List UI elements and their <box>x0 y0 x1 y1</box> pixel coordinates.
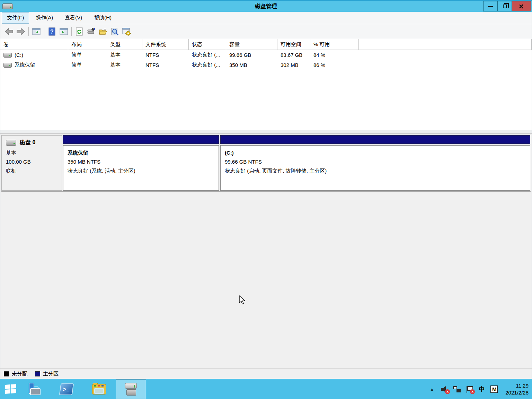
back-arrow-icon <box>5 27 14 36</box>
primary-partition-swatch <box>35 371 40 376</box>
disk-management-taskbar-button[interactable] <box>116 379 146 399</box>
file-explorer-icon <box>92 383 106 395</box>
disk-0-row: 磁盘 0 基本 100.00 GB 联机 系统保留 350 MB NTFS 状态… <box>1 135 531 192</box>
show-console-tree-button[interactable] <box>30 26 42 37</box>
volume-capacity: 99.66 GB <box>226 50 277 60</box>
clock-time: 11:29 <box>505 382 529 389</box>
partition-color-bar <box>220 135 530 144</box>
settings-gear-icon <box>122 27 131 36</box>
disk-status: 联机 <box>6 167 57 175</box>
menu-file[interactable]: 文件(F) <box>2 12 29 24</box>
screen: 磁盘管理 文件(F) 操作(A) 查看(V) 帮助(H) <box>0 0 532 399</box>
show-action-pane-button[interactable] <box>58 26 70 37</box>
column-header-layout[interactable]: 布局 <box>68 39 107 50</box>
start-button[interactable] <box>0 379 21 399</box>
unallocated-swatch <box>4 371 9 376</box>
disk-type: 基本 <box>6 149 57 157</box>
minimize-button[interactable] <box>483 1 498 11</box>
volume-status: 状态良好 (... <box>189 60 226 70</box>
primary-partition-label: 主分区 <box>43 371 59 377</box>
open-button[interactable] <box>97 26 109 37</box>
disk-name: 磁盘 0 <box>20 139 35 146</box>
volume-list-pane: 卷 布局 类型 文件系统 状态 容量 可用空间 % 可用 (C:) 简单 基本 … <box>0 39 532 130</box>
window-controls <box>483 1 531 11</box>
titlebar: 磁盘管理 <box>0 0 532 12</box>
partition-size: 350 MB NTFS <box>68 157 214 166</box>
refresh-button[interactable] <box>73 26 85 37</box>
close-button[interactable] <box>512 1 531 11</box>
disk-0-info-panel[interactable]: 磁盘 0 基本 100.00 GB 联机 <box>1 135 62 191</box>
disk-properties-button[interactable] <box>85 26 97 37</box>
taskbar: >_ ▲ x x <box>0 379 532 399</box>
help-button[interactable]: ? <box>46 26 58 37</box>
partition-status: 状态良好 (系统, 活动, 主分区) <box>68 166 214 175</box>
column-header-status[interactable]: 状态 <box>189 39 226 50</box>
menu-action[interactable]: 操作(A) <box>30 12 58 24</box>
search-button[interactable] <box>109 26 121 37</box>
restore-icon <box>503 5 507 8</box>
volume-pctfree: 86 % <box>310 60 359 70</box>
server-manager-icon <box>27 383 41 396</box>
column-header-filler <box>359 39 532 50</box>
menu-help[interactable]: 帮助(H) <box>89 12 117 24</box>
table-row-c[interactable]: (C:) 简单 基本 NTFS 状态良好 (... 99.66 GB 83.67… <box>0 50 532 60</box>
ime-language-button[interactable]: 中 <box>476 382 488 396</box>
volume-layout: 简单 <box>68 50 107 60</box>
volume-name: 系统保留 <box>15 62 35 68</box>
clock-date: 2021/2/28 <box>505 389 529 396</box>
volume-type: 基本 <box>107 50 142 60</box>
network-tray-button[interactable] <box>451 382 463 396</box>
ime-mode-button[interactable]: M <box>488 382 500 396</box>
console-tree-icon <box>32 27 41 36</box>
table-row-system-reserved[interactable]: 系统保留 简单 基本 NTFS 状态良好 (... 350 MB 302 MB … <box>0 60 532 70</box>
unallocated-label: 未分配 <box>12 371 27 377</box>
minimize-icon <box>488 6 493 7</box>
partition-system-reserved[interactable]: 系统保留 350 MB NTFS 状态良好 (系统, 活动, 主分区) <box>63 135 219 191</box>
column-header-pctfree[interactable]: % 可用 <box>310 39 359 50</box>
action-center-tray-button[interactable]: x <box>463 382 476 396</box>
show-hidden-icons-button[interactable]: ▲ <box>426 382 438 396</box>
chevron-up-icon: ▲ <box>430 387 434 392</box>
volume-filesystem: NTFS <box>142 50 189 60</box>
ime-language-label: 中 <box>479 385 485 393</box>
volume-freespace: 302 MB <box>277 60 310 70</box>
action-pane-icon <box>59 27 68 36</box>
toolbar-separator <box>71 27 72 36</box>
volume-disk-icon <box>3 53 12 58</box>
column-header-volume[interactable]: 卷 <box>0 39 68 50</box>
partition-size: 99.66 GB NTFS <box>225 157 526 166</box>
clock[interactable]: 11:29 2021/2/28 <box>500 382 529 396</box>
disk-size: 100.00 GB <box>6 158 57 166</box>
file-explorer-taskbar-button[interactable] <box>87 379 112 399</box>
restore-button[interactable] <box>497 1 512 11</box>
settings-button[interactable] <box>121 26 132 37</box>
toolbar-separator <box>28 27 29 36</box>
back-button[interactable] <box>3 26 15 37</box>
search-icon <box>110 27 119 36</box>
column-header-filesystem[interactable]: 文件系统 <box>142 39 189 50</box>
disk-properties-icon <box>87 27 96 36</box>
powershell-icon: >_ <box>59 383 74 395</box>
column-header-type[interactable]: 类型 <box>107 39 142 50</box>
forward-button[interactable] <box>15 26 27 37</box>
network-icon <box>453 386 461 392</box>
menubar: 文件(F) 操作(A) 查看(V) 帮助(H) <box>0 12 532 24</box>
partition-c[interactable]: (C:) 99.66 GB NTFS 状态良好 (启动, 页面文件, 故障转储,… <box>220 135 530 191</box>
partition-name: 系统保留 <box>68 148 214 157</box>
volume-disk-icon <box>3 63 12 68</box>
mute-badge-icon: x <box>445 389 450 394</box>
partition-status: 状态良好 (启动, 页面文件, 故障转储, 主分区) <box>225 166 526 175</box>
graphical-view-pane: 磁盘 0 基本 100.00 GB 联机 系统保留 350 MB NTFS 状态… <box>0 134 532 379</box>
help-icon: ? <box>47 27 56 36</box>
volume-table-header: 卷 布局 类型 文件系统 状态 容量 可用空间 % 可用 <box>0 39 532 50</box>
menu-view[interactable]: 查看(V) <box>60 12 87 24</box>
pane-splitter[interactable] <box>0 130 532 134</box>
volume-tray-button[interactable]: x <box>438 382 451 396</box>
powershell-taskbar-button[interactable]: >_ <box>54 379 79 399</box>
volume-filesystem: NTFS <box>142 60 189 70</box>
column-header-capacity[interactable]: 容量 <box>226 39 277 50</box>
volume-freespace: 83.67 GB <box>277 50 310 60</box>
column-header-freespace[interactable]: 可用空间 <box>277 39 310 50</box>
refresh-icon <box>75 27 84 36</box>
server-manager-taskbar-button[interactable] <box>21 379 46 399</box>
